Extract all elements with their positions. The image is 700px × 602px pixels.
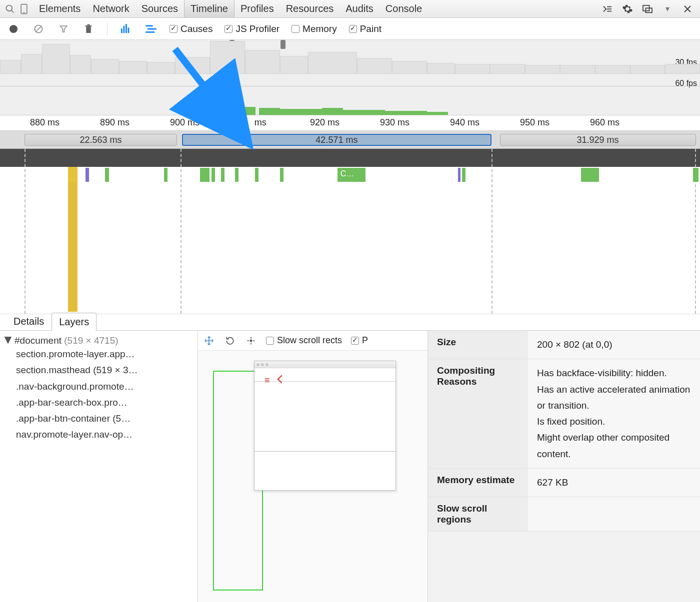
memory-checkbox-input[interactable] [292, 25, 300, 33]
svg-line-1 [12, 10, 14, 12]
slow-scroll-rects-checkbox[interactable]: Slow scroll rects [266, 335, 342, 346]
flame-bar-painting[interactable] [212, 168, 215, 182]
flame-bar-painting[interactable] [221, 168, 224, 182]
tab-resources[interactable]: Resources [280, 0, 340, 17]
tab-timeline[interactable]: Timeline [184, 0, 234, 17]
flame-bar-painting[interactable] [255, 168, 258, 182]
preview-paint-checkbox[interactable]: P [351, 335, 368, 346]
ruler-tick: 960 ms [590, 117, 620, 128]
drawer-icon[interactable] [601, 2, 614, 15]
flame-chart[interactable]: C… [0, 149, 700, 314]
tab-details[interactable]: Details [6, 312, 52, 330]
pan-icon[interactable] [203, 335, 215, 347]
dock-icon[interactable] [641, 2, 654, 15]
flame-bar-painting[interactable] [164, 168, 168, 182]
frames-row[interactable]: 22.563 ms42.571 ms31.929 ms [0, 131, 700, 149]
time-ruler[interactable]: 880 ms890 ms900 msms920 ms930 ms940 ms95… [0, 115, 700, 131]
clear-icon[interactable] [32, 22, 45, 35]
prop-comp-val: Has backface-visibility: hidden.Has an a… [528, 359, 700, 469]
flame-bar-scripting[interactable] [68, 182, 76, 312]
overview-bars [0, 55, 700, 115]
dock-side-caret-icon[interactable]: ▾ [661, 2, 674, 15]
tree-item[interactable]: .app-bar-search-box.pro… [16, 395, 192, 411]
tree-root[interactable]: ▶#document (519 × 4715) [5, 335, 192, 346]
waterfall-view-icon[interactable] [144, 22, 158, 35]
frame-pill[interactable]: 22.563 ms [24, 134, 177, 146]
record-icon[interactable] [7, 22, 20, 35]
ruler-tick: 940 ms [450, 117, 480, 128]
tab-network[interactable]: Network [86, 0, 135, 17]
tab-audits[interactable]: Audits [340, 0, 380, 17]
tree-item[interactable]: .nav-background.promote… [16, 379, 192, 395]
flame-bar-composite[interactable]: C… [338, 168, 366, 182]
tree-item[interactable]: section.promote-layer.app… [16, 346, 192, 362]
layer-preview[interactable]: Slow scroll rects P ≡ [198, 331, 428, 602]
flame-bar-painting[interactable] [693, 168, 698, 182]
tab-console[interactable]: Console [380, 0, 428, 17]
frame-pill[interactable]: 31.929 ms [500, 134, 696, 146]
prop-slow-val [528, 497, 700, 532]
ruler-tick: 930 ms [380, 117, 410, 128]
svg-rect-15 [86, 26, 91, 33]
garbage-icon[interactable] [82, 22, 95, 35]
svg-rect-20 [126, 24, 127, 33]
device-icon[interactable] [17, 2, 31, 16]
flame-bar-painting[interactable] [235, 168, 238, 182]
flamechart-view-icon[interactable] [120, 22, 132, 35]
memory-label: Memory [302, 23, 337, 34]
svg-point-0 [6, 5, 12, 11]
back-caret-icon [278, 375, 286, 384]
slow-scroll-rects-label: Slow scroll rects [277, 335, 342, 346]
flame-bar-painting[interactable] [105, 168, 109, 182]
tab-layers[interactable]: Layers [52, 313, 96, 331]
flame-bar-painting[interactable] [280, 168, 284, 182]
memory-checkbox[interactable]: Memory [292, 23, 337, 34]
jsprofiler-checkbox-input[interactable] [224, 25, 232, 33]
flame-bar-painting[interactable] [200, 168, 209, 182]
settings-gear-icon[interactable] [621, 2, 634, 15]
timeline-overview[interactable]: 30 fps 60 fps [0, 40, 700, 115]
flame-bar-rendering[interactable] [458, 168, 461, 182]
disclosure-triangle-icon[interactable]: ▶ [3, 337, 14, 344]
preview-paint-input[interactable] [351, 337, 359, 345]
svg-rect-19 [124, 25, 125, 33]
tab-sources[interactable]: Sources [136, 0, 184, 17]
tree-item[interactable]: nav.promote-layer.nav-op… [16, 427, 192, 443]
filter-icon[interactable] [57, 22, 70, 35]
search-icon[interactable] [3, 2, 17, 16]
paint-checkbox[interactable]: Paint [349, 23, 382, 34]
causes-checkbox[interactable]: Causes [170, 23, 212, 34]
svg-rect-16 [86, 25, 92, 26]
tree-item[interactable]: section.masthead (519 × 3… [16, 362, 192, 378]
overview-marker [280, 40, 286, 49]
tab-profiles[interactable]: Profiles [234, 0, 280, 17]
flame-bar-label: C… [338, 168, 366, 180]
svg-point-11 [10, 25, 18, 33]
rotate-icon[interactable] [224, 335, 236, 347]
svg-line-13 [36, 26, 41, 31]
paint-checkbox-input[interactable] [349, 25, 357, 33]
flame-bar-painting[interactable] [462, 168, 466, 182]
svg-rect-18 [121, 28, 122, 33]
layer-tree[interactable]: ▶#document (519 × 4715) section.promote-… [0, 331, 198, 602]
flame-header-band [0, 149, 700, 167]
preview-toolbar: Slow scroll rects P [198, 331, 428, 351]
reset-view-icon[interactable] [245, 335, 257, 347]
frame-pill[interactable]: 42.571 ms [182, 134, 492, 146]
ruler-tick: 920 ms [310, 117, 340, 128]
causes-checkbox-input[interactable] [170, 25, 178, 33]
flame-bar-painting[interactable] [581, 168, 599, 182]
devtools-tabbar: ElementsNetworkSourcesTimelineProfilesRe… [0, 0, 700, 18]
ruler-tick: 890 ms [100, 117, 130, 128]
slow-scroll-rects-input[interactable] [266, 337, 274, 345]
ruler-tick: 950 ms [520, 117, 550, 128]
page-thumbnail: ≡ [254, 361, 396, 491]
tab-elements[interactable]: Elements [33, 0, 86, 17]
flame-bar-rendering[interactable] [86, 168, 89, 182]
jsprofiler-checkbox[interactable]: JS Profiler [224, 23, 280, 34]
ruler-tick: ms [254, 117, 266, 128]
preview-canvas[interactable]: ≡ [208, 361, 423, 601]
prop-size-val: 200 × 802 (at 0,0) [528, 331, 700, 359]
close-devtools-icon[interactable] [681, 2, 694, 15]
tree-item[interactable]: .app-bar-btn-container (5… [16, 411, 192, 427]
